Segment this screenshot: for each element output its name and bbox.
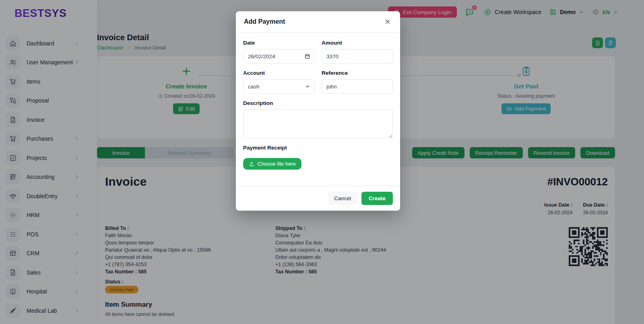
choose-file-button[interactable]: Choose file here (243, 158, 301, 170)
upload-icon (249, 161, 254, 167)
reference-label: Reference (322, 70, 393, 76)
account-select[interactable]: cash (243, 79, 314, 94)
create-button[interactable]: Create (361, 192, 393, 205)
reference-input[interactable] (322, 79, 393, 94)
description-textarea[interactable] (243, 109, 393, 138)
app-window: BESTSYS Dashboard User Management Items … (0, 0, 644, 324)
date-input[interactable] (243, 49, 314, 64)
modal-title: Add Payment (244, 18, 285, 25)
date-label: Date (243, 40, 314, 46)
amount-label: Amount (322, 40, 393, 46)
add-payment-modal: Add Payment Date Amount Account (236, 11, 400, 211)
description-label: Description (243, 100, 393, 106)
close-icon[interactable] (383, 17, 392, 26)
amount-input[interactable] (322, 49, 393, 64)
payment-receipt-label: Payment Receipt (243, 145, 393, 151)
account-label: Account (243, 70, 314, 76)
cancel-button[interactable]: Cancel (328, 192, 357, 205)
